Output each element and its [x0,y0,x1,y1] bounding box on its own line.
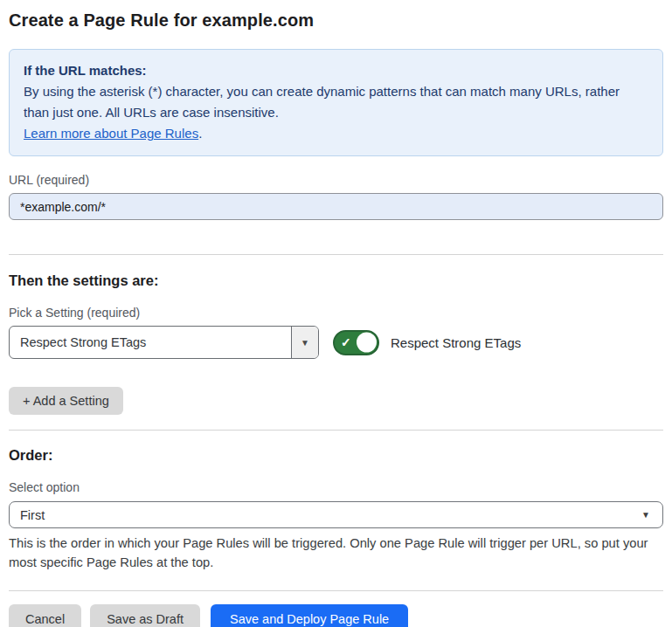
pick-setting-label: Pick a Setting (required) [9,306,663,320]
order-section-heading: Order: [9,447,663,464]
url-field-label: URL (required) [9,173,663,187]
toggle-knob [357,333,377,353]
link-period: . [198,126,202,141]
url-match-info-box: If the URL matches: By using the asteris… [9,49,663,156]
info-box-body: By using the asterisk (*) character, you… [24,81,648,123]
chevron-down-icon: ▼ [301,338,309,348]
setting-dropdown-value: Respect Strong ETags [10,327,291,358]
divider [9,430,663,431]
save-as-draft-button[interactable]: Save as Draft [90,604,200,627]
chevron-down-icon: ▼ [641,510,650,520]
order-select-value: First [20,508,641,522]
create-page-rule-form: Create a Page Rule for example.com If th… [0,0,672,627]
url-input[interactable] [9,193,663,220]
toggle-label: Respect Strong ETags [391,335,521,350]
learn-more-link[interactable]: Learn more about Page Rules [24,126,198,141]
page-title: Create a Page Rule for example.com [9,10,663,31]
setting-row: Respect Strong ETags ▼ ✓ Respect Strong … [9,326,663,359]
divider [9,254,663,255]
order-select[interactable]: First ▼ [9,501,663,528]
save-and-deploy-button[interactable]: Save and Deploy Page Rule [211,604,408,627]
footer-button-row: Cancel Save as Draft Save and Deploy Pag… [9,604,663,627]
cancel-button[interactable]: Cancel [9,604,81,627]
settings-section-heading: Then the settings are: [9,272,663,289]
setting-dropdown-arrow-button[interactable]: ▼ [291,327,318,358]
check-icon: ✓ [341,335,351,349]
setting-dropdown[interactable]: Respect Strong ETags ▼ [9,326,319,359]
info-box-link-line: Learn more about Page Rules. [24,123,648,144]
info-box-heading: If the URL matches: [24,60,648,81]
order-select-label: Select option [9,480,663,494]
respect-strong-etags-toggle[interactable]: ✓ [333,330,379,355]
divider [9,590,663,591]
order-help-text: This is the order in which your Page Rul… [9,534,663,572]
add-setting-button[interactable]: + Add a Setting [9,387,123,415]
